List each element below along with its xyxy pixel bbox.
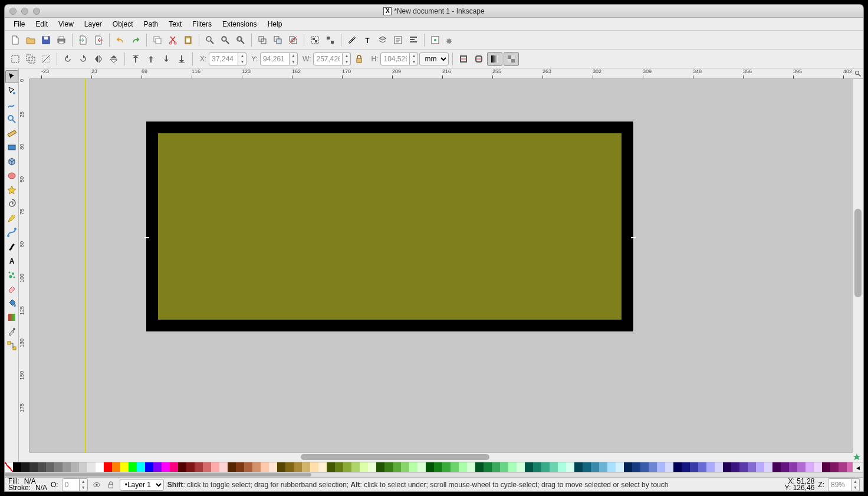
swatch[interactable] [475,462,484,472]
swatch[interactable] [87,462,96,472]
zoom-quick-button[interactable] [853,68,863,79]
swatch[interactable] [426,462,434,472]
align-dialog-button[interactable] [406,33,420,47]
menu-extensions[interactable]: Extensions [217,18,262,30]
titlebar[interactable]: X*New document 1 - Inkscape [5,5,863,18]
clone-button[interactable] [271,33,285,47]
fill-stroke-dialog-button[interactable] [345,33,359,47]
calligraphy-tool[interactable] [5,240,18,253]
swatch[interactable] [764,462,772,472]
swatch[interactable] [533,462,541,472]
fill-stroke-indicator[interactable]: Fill:N/A Stroke:N/A [8,478,47,491]
swatch[interactable] [29,462,38,472]
swatch[interactable] [500,462,508,472]
lower-button[interactable] [159,52,173,66]
swatch[interactable] [772,462,781,472]
swatch[interactable] [698,462,706,472]
affect-pattern-button[interactable] [504,52,519,66]
color-manage-icon[interactable] [853,452,863,462]
redo-button[interactable] [129,33,143,47]
swatch[interactable] [376,462,384,472]
swatch[interactable] [814,462,822,472]
swatch[interactable] [310,462,318,472]
swatch[interactable] [566,462,574,472]
node-tool[interactable] [5,84,18,97]
swatch[interactable] [244,462,252,472]
swatch[interactable] [137,462,145,472]
group-button[interactable] [308,33,322,47]
star-tool[interactable] [5,183,18,196]
ungroup-button[interactable] [323,33,337,47]
palette-options-button[interactable]: ◂ [853,462,863,472]
menu-help[interactable]: Help [262,18,288,30]
swatch[interactable] [327,462,335,472]
zoom-drawing-button[interactable] [218,33,232,47]
swatch[interactable] [640,462,649,472]
swatch[interactable] [417,462,426,472]
swatch[interactable] [261,462,269,472]
swatch[interactable] [277,462,285,472]
swatch[interactable] [393,462,401,472]
raise-top-button[interactable] [129,52,143,66]
menu-text[interactable]: Text [163,18,187,30]
paste-button[interactable] [181,33,195,47]
spiral-tool[interactable] [5,198,18,211]
bucket-tool[interactable] [5,297,18,310]
pencil-tool[interactable] [5,212,18,225]
swatch[interactable] [574,462,583,472]
swatch[interactable] [120,462,129,472]
menu-edit[interactable]: Edit [30,18,53,30]
swatch[interactable] [558,462,566,472]
flip-vertical-button[interactable] [107,52,121,66]
swatch[interactable] [360,462,368,472]
unlink-clone-button[interactable] [286,33,300,47]
deselect-button[interactable] [39,52,53,66]
w-input[interactable]: ▲▼ [313,52,351,65]
affect-stroke-button[interactable] [456,52,471,66]
lower-bottom-button[interactable] [175,52,189,66]
swatch[interactable] [508,462,517,472]
x-input[interactable]: ▲▼ [209,52,246,65]
swatch[interactable] [839,462,847,472]
swatch[interactable] [5,462,13,472]
swatch[interactable] [351,462,360,472]
layer-visibility-button[interactable] [91,479,102,490]
swatch[interactable] [302,462,310,472]
copy-button[interactable] [150,33,165,47]
swatch[interactable] [715,462,723,472]
rotate-ccw-button[interactable] [61,52,75,66]
swatch[interactable] [847,462,853,472]
print-button[interactable] [54,33,68,47]
swatch[interactable] [384,462,393,472]
swatch[interactable] [401,462,409,472]
select-all-layers-button[interactable] [24,52,38,66]
swatch[interactable] [616,462,624,472]
swatch[interactable] [451,462,459,472]
swatch[interactable] [318,462,327,472]
horizontal-ruler[interactable]: -232369116123162170209216255263302309348… [29,68,853,79]
swatch[interactable] [335,462,343,472]
layer-select[interactable]: •Layer 1 [120,479,164,491]
swatch[interactable] [517,462,525,472]
text-tool[interactable]: A [5,254,18,267]
swatch[interactable] [657,462,665,472]
swatch[interactable] [186,462,195,472]
gradient-tool[interactable] [5,311,18,324]
swatch[interactable] [63,462,71,472]
menu-object[interactable]: Object [107,18,139,30]
spray-tool[interactable] [5,268,18,281]
rotate-cw-button[interactable] [76,52,90,66]
swatch[interactable] [285,462,294,472]
preferences-button[interactable] [428,33,442,47]
opacity-input[interactable]: ▲▼ [62,478,88,491]
cut-button[interactable] [166,33,180,47]
open-document-button[interactable] [24,33,38,47]
zoom-page-button[interactable] [234,33,248,47]
swatch[interactable] [129,462,137,472]
import-button[interactable] [76,33,90,47]
swatch[interactable] [236,462,244,472]
zoom-tool[interactable] [5,113,18,126]
swatch[interactable] [79,462,87,472]
swatch[interactable] [525,462,533,472]
swatch[interactable] [748,462,756,472]
